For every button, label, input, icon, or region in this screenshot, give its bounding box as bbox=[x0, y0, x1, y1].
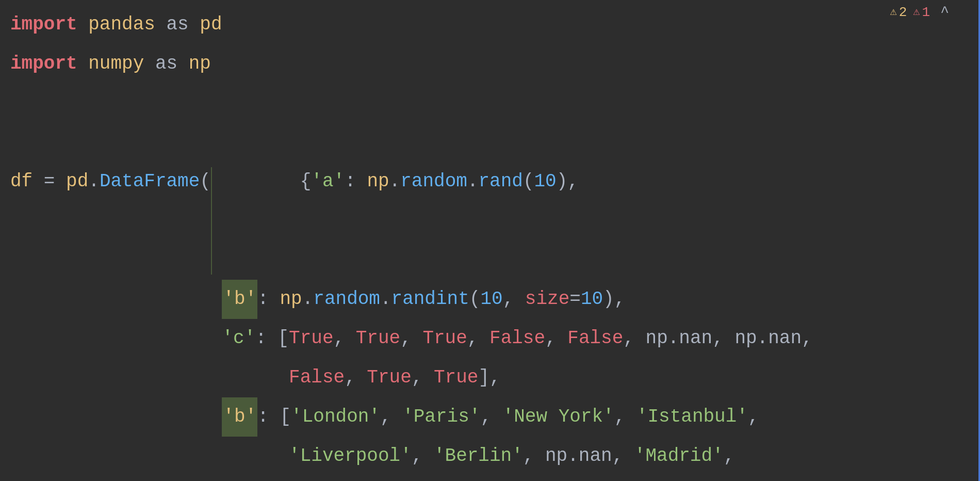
bool-true-4: True bbox=[367, 358, 411, 397]
alias-pd: pd bbox=[200, 5, 222, 44]
string-berlin: 'Berlin' bbox=[434, 437, 523, 476]
code-line-7: 'c' : [ True , True , True , False , Fal… bbox=[10, 319, 980, 358]
keyword-import-2: import bbox=[10, 44, 77, 84]
code-line-3 bbox=[10, 84, 980, 123]
string-b-highlighted-1: 'b' bbox=[222, 280, 257, 319]
np-ref-1: np bbox=[367, 162, 389, 201]
bool-true-5: True bbox=[434, 358, 478, 397]
keyword-import-1: import bbox=[10, 5, 77, 44]
code-line-10: 'Liverpool' , 'Berlin' , np.nan , 'Madri… bbox=[10, 437, 980, 476]
bool-true-2: True bbox=[356, 319, 400, 358]
nan-ref-1: np.nan bbox=[646, 319, 713, 358]
bool-true-3: True bbox=[422, 319, 467, 358]
num-10-2: 10 bbox=[480, 280, 502, 319]
module-pd-ref: pd bbox=[66, 162, 88, 201]
func-random-1: random bbox=[400, 162, 467, 201]
bool-true-1: True bbox=[289, 319, 333, 358]
nan-ref-4: np.nan bbox=[378, 476, 445, 481]
module-pandas: pandas bbox=[88, 5, 155, 44]
string-b-highlighted-2: 'b' bbox=[222, 397, 257, 437]
code-line-9: 'b' : [ 'London' , 'Paris' , 'New York' … bbox=[10, 397, 980, 437]
num-10-1: 10 bbox=[534, 162, 556, 201]
as-keyword-1: as bbox=[166, 5, 188, 44]
as-keyword-2: as bbox=[155, 44, 177, 84]
string-madrid: 'Madrid' bbox=[634, 437, 724, 476]
string-a: 'a' bbox=[311, 162, 345, 201]
code-content: import pandas as pd import numpy as np d… bbox=[0, 0, 980, 481]
bool-false-2: False bbox=[567, 319, 623, 358]
code-line-4 bbox=[10, 123, 980, 162]
string-paris: 'Paris' bbox=[402, 397, 480, 437]
string-london: 'London' bbox=[291, 397, 380, 437]
string-c: 'c' bbox=[222, 319, 255, 358]
bool-false-1: False bbox=[489, 319, 545, 358]
num-10-3: 10 bbox=[581, 280, 603, 319]
code-line-8: False , True , True ], bbox=[10, 358, 980, 397]
np-ref-2: np bbox=[280, 280, 302, 319]
func-rand: rand bbox=[478, 162, 522, 201]
module-numpy: numpy bbox=[88, 44, 144, 84]
alias-np: np bbox=[189, 44, 211, 84]
code-line-11: 'Rome' , np.nan ], bbox=[10, 476, 980, 481]
nan-ref-2: np.nan bbox=[734, 319, 802, 358]
string-rome: 'Rome' bbox=[289, 476, 356, 481]
var-df: df bbox=[10, 162, 32, 201]
func-dataframe: DataFrame bbox=[100, 162, 200, 201]
string-newyork: 'New York' bbox=[503, 397, 614, 437]
bool-false-3: False bbox=[289, 358, 345, 397]
code-line-1: import pandas as pd bbox=[10, 5, 980, 44]
param-size: size bbox=[525, 280, 569, 319]
string-istanbul: 'Istanbul' bbox=[636, 397, 748, 437]
func-random-2: random bbox=[313, 280, 380, 319]
code-line-2: import numpy as np bbox=[10, 44, 980, 84]
code-line-5: df = pd . DataFrame ( { 'a' : np . rando… bbox=[10, 162, 980, 280]
nan-ref-3: np.nan bbox=[545, 437, 612, 476]
func-randint: randint bbox=[391, 280, 469, 319]
code-line-6: 'b' : np . random . randint ( 10 , size … bbox=[10, 280, 980, 319]
code-editor: ⚠ 2 ⚠ 1 ^ import pandas as pd import num… bbox=[0, 0, 980, 481]
string-liverpool: 'Liverpool' bbox=[289, 437, 412, 476]
